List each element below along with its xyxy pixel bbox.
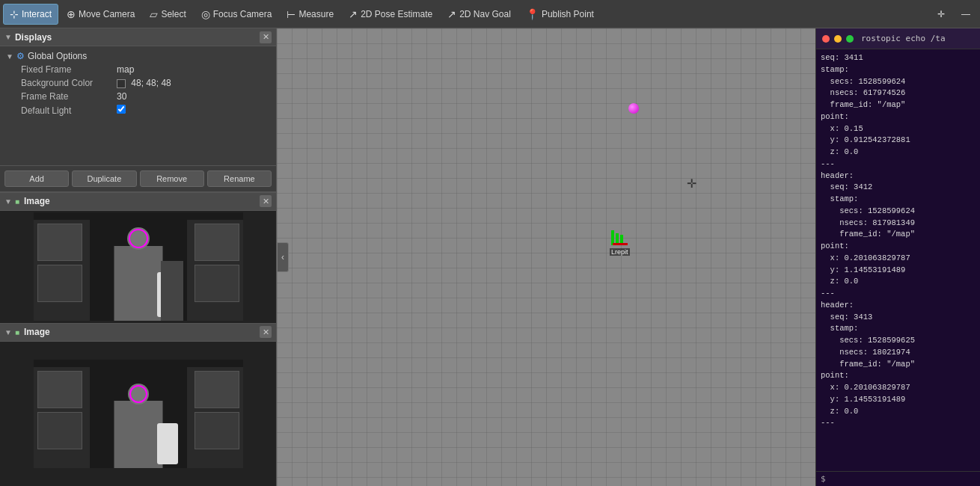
rename-button[interactable]: Rename <box>207 170 272 187</box>
tool-move-camera[interactable]: ⊕ Move Camera <box>60 4 141 25</box>
image-panel-2-header: ▼ ■ Image ✕ <box>0 324 276 342</box>
image-1-expand-icon: ▼ <box>4 197 12 206</box>
tool-publish-point[interactable]: 📍 Publish Point <box>519 4 601 25</box>
image-2-expand-icon: ▼ <box>4 328 12 336</box>
global-options-label: Global Options <box>28 51 87 61</box>
select-label: Select <box>161 9 186 19</box>
main-toolbar: ⊹ Interact ⊕ Move Camera ▱ Select ◎ Focu… <box>0 0 980 28</box>
image-1-display <box>34 212 243 321</box>
terminal-line: nsecs: 817981349 <box>821 218 976 230</box>
menu-icon: — <box>961 9 970 19</box>
terminal-line: --- <box>821 417 976 429</box>
terminal-line: stamp: <box>821 194 976 206</box>
terminal-body: seq: 3411stamp: secs: 1528599624 nsecs: … <box>816 49 980 471</box>
terminal-line: secs: 1528599625 <box>821 335 976 347</box>
center-viewport[interactable]: ‹ Lrepit ✛ <box>277 28 815 486</box>
img2-bag <box>157 423 178 464</box>
img1-shelf-item2 <box>37 265 82 302</box>
img1-shelf-item4 <box>195 265 239 302</box>
robot-label: Lrepit <box>610 248 630 256</box>
focus-camera-label: Focus Camera <box>213 9 272 19</box>
displays-expand-icon: ▼ <box>4 33 12 41</box>
terminal-line: seq: 3412 <box>821 182 976 194</box>
img2-person-head <box>128 384 149 405</box>
terminal-line: y: 0.912542372881 <box>821 135 976 147</box>
terminal-dot-red <box>822 35 830 43</box>
terminal-line: x: 0.201063829787 <box>821 253 976 265</box>
left-panel: ▼ Displays ✕ ▼ ⚙ Global Options Fixed Fr… <box>0 28 277 486</box>
fixed-frame-label: Fixed Frame <box>21 64 111 75</box>
terminal-line: frame_id: "/map" <box>821 359 976 371</box>
image-panel-1-header: ▼ ■ Image ✕ <box>0 193 276 211</box>
bg-color-value: 48; 48; 48 <box>117 78 171 88</box>
duplicate-button[interactable]: Duplicate <box>72 170 136 187</box>
terminal-line: y: 1.14553191489 <box>821 265 976 277</box>
img2-person-body <box>114 401 162 468</box>
tool-focus-camera[interactable]: ◎ Focus Camera <box>195 4 279 25</box>
image-panel-1-header-left: ▼ ■ Image <box>4 196 50 206</box>
viewport-grid <box>277 28 815 486</box>
terminal-line: nsecs: 18021974 <box>821 347 976 359</box>
interact-label: Interact <box>22 9 52 19</box>
main-layout: ▼ Displays ✕ ▼ ⚙ Global Options Fixed Fr… <box>0 28 980 486</box>
img2-face-circle <box>129 385 147 403</box>
image-panel-1-close[interactable]: ✕ <box>260 195 272 207</box>
terminal-dot-yellow <box>834 35 842 43</box>
toolbar-menu-button[interactable]: — <box>955 4 977 25</box>
terminal-line: secs: 1528599624 <box>821 206 976 218</box>
image-2-status-icon: ■ <box>15 328 19 336</box>
bg-color-swatch <box>117 79 126 88</box>
image-2-display <box>34 360 243 468</box>
image-panel-2-header-left: ▼ ■ Image <box>4 327 50 337</box>
image-panel-2-content <box>0 342 276 487</box>
add-tool-button[interactable]: ✛ <box>931 4 952 25</box>
bg-color-label: Background Color <box>21 78 111 88</box>
add-button[interactable]: Add <box>4 170 69 187</box>
terminal-line: --- <box>821 288 976 300</box>
image-1-status-icon: ■ <box>15 197 19 206</box>
frame-rate-label: Frame Rate <box>21 91 111 102</box>
move-camera-label: Move Camera <box>79 9 135 19</box>
default-light-checkbox[interactable] <box>117 105 126 114</box>
global-options-arrow: ▼ <box>6 52 13 61</box>
terminal-line: header: <box>821 300 976 312</box>
default-light-value <box>117 105 126 116</box>
tool-measure[interactable]: ⊢ Measure <box>280 4 340 25</box>
nav-icon: ↗ <box>447 8 456 20</box>
default-light-row: Default Light <box>3 103 273 117</box>
terminal-line: x: 0.15 <box>821 123 976 135</box>
image-1-title: Image <box>24 196 50 206</box>
terminal-line: seq: 3413 <box>821 312 976 324</box>
sphere-marker <box>628 103 639 114</box>
tool-select[interactable]: ▱ Select <box>143 4 192 25</box>
img2-shelf-item2 <box>37 412 82 449</box>
displays-panel-header: ▼ Displays ✕ <box>0 28 276 46</box>
image-panel-2-close[interactable]: ✕ <box>260 326 272 338</box>
tool-2d-pose[interactable]: ↗ 2D Pose Estimate <box>342 4 439 25</box>
img2-shelf-item3 <box>195 371 239 408</box>
fixed-frame-value: map <box>117 64 134 75</box>
terminal-title: rostopic echo /ta <box>861 34 946 43</box>
tool-2d-nav[interactable]: ↗ 2D Nav Goal <box>441 4 518 25</box>
img1-bg-person <box>161 261 183 321</box>
terminal-line: z: 0.0 <box>821 147 976 159</box>
global-options-item[interactable]: ▼ ⚙ Global Options <box>3 49 273 63</box>
interact-icon: ⊹ <box>10 8 19 20</box>
collapse-panel-button[interactable]: ‹ <box>277 242 289 272</box>
image-2-title: Image <box>24 327 50 337</box>
image-panel-2: ▼ ■ Image ✕ <box>0 323 276 487</box>
tool-interact[interactable]: ⊹ Interact <box>3 4 58 25</box>
terminal-input-line: $ <box>816 471 980 486</box>
select-icon: ▱ <box>150 8 158 20</box>
global-options-icon: ⚙ <box>16 51 25 61</box>
frame-rate-row: Frame Rate 30 <box>3 90 273 103</box>
terminal-line: stamp: <box>821 323 976 335</box>
remove-button[interactable]: Remove <box>140 170 204 187</box>
2d-nav-label: 2D Nav Goal <box>459 9 511 19</box>
terminal-line: frame_id: "/map" <box>821 229 976 241</box>
move-camera-icon: ⊕ <box>67 8 76 20</box>
robot-bar-red <box>613 243 628 245</box>
displays-close-button[interactable]: ✕ <box>260 31 272 43</box>
terminal-line: z: 0.0 <box>821 406 976 418</box>
img1-shelf-item <box>37 224 82 261</box>
